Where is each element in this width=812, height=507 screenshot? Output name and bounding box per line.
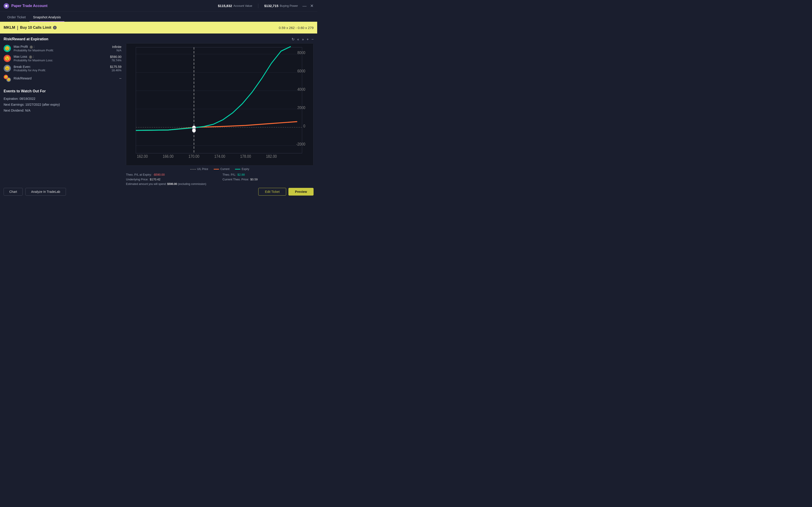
prev-prev-button[interactable]: « (297, 37, 299, 42)
svg-text:170.00: 170.00 (189, 154, 199, 159)
max-profit-info-icon[interactable]: i (30, 46, 33, 49)
svg-point-0 (5, 5, 7, 7)
legend-expiry: Expiry (235, 168, 249, 171)
preview-button[interactable]: Preview (289, 188, 314, 195)
break-even-labels: Break Even: Probability for Any Profit: (14, 65, 107, 72)
estimated-value: $590.00 (167, 182, 177, 186)
risk-reward-title: Risk/Reward at Expiration (4, 37, 121, 41)
header: Paper Trade Account $115,832 Account Val… (0, 0, 317, 12)
break-even-sub-value: 18.46% (110, 69, 121, 72)
theo-pl-label: Theo. P/L: (222, 173, 236, 176)
legend-ul-line (190, 169, 196, 170)
max-profit-row: 😊 Max Profit i : Probability for Maximum… (4, 45, 121, 52)
account-value: $115,832 (218, 4, 232, 8)
event-earnings: Next Earnings: 10/27/2022 (after expiry) (4, 103, 121, 106)
events-title: Events to Watch Out For (4, 89, 121, 93)
metrics-list: 😊 Max Profit i : Probability for Maximum… (4, 45, 121, 82)
max-loss-row: 😟 Max Loss i : Probability for Maximum L… (4, 55, 121, 62)
tab-order-ticket[interactable]: Order Ticket (4, 13, 30, 22)
svg-text:-2000: -2000 (296, 142, 305, 147)
tab-snapshot-analysis[interactable]: Snapshot Analysis (30, 13, 64, 22)
bid-size: 262 (289, 26, 295, 30)
theo-pl-row: Theo. P/L: $2.88 (222, 173, 314, 176)
underlying-price-row: Underlying Price: $170.42 (126, 178, 217, 181)
bid-price: 0.59 (279, 26, 286, 30)
legend-ul-price: U/L Price (190, 168, 208, 171)
max-loss-value: $590.00 (110, 55, 121, 59)
order-banner-left: MKLM | Buy 10 Calls Limit i (4, 25, 57, 30)
risk-reward-icon: 😟 😊 (4, 75, 11, 82)
legend-current-label: Current (220, 168, 230, 171)
app-logo (4, 3, 9, 9)
chart-button[interactable]: Chart (4, 188, 23, 195)
chart-area: 8000 6000 4000 2000 0 -2000 162.00 166.0… (126, 43, 314, 166)
max-loss-labels: Max Loss i : Probability for Maximum Los… (14, 55, 107, 62)
risk-reward-labels: Risk/Reward (14, 76, 117, 80)
legend-ul-label: U/L Price (197, 168, 208, 171)
break-even-value: $175.59 (110, 65, 121, 69)
max-loss-values: $590.00 78.74% (110, 55, 121, 62)
analyze-button[interactable]: Analyze In TradeLab (26, 188, 66, 195)
theo-pl-expiry-row: Theo. P/L at Expiry: -$590.00 (126, 173, 217, 176)
svg-text:178.00: 178.00 (240, 154, 251, 159)
left-panel: Risk/Reward at Expiration 😊 Max Profit i… (4, 37, 121, 195)
max-loss-icon: 😟 (4, 55, 11, 62)
theo-pl-expiry-value: -$590.00 (153, 173, 165, 176)
event-expiration: Expiration: 08/19/2022 (4, 97, 121, 101)
svg-text:2000: 2000 (298, 105, 305, 110)
bid-label: x (286, 26, 289, 30)
break-even-values: $175.59 18.46% (110, 65, 121, 72)
chart-data-grid: Theo. P/L at Expiry: -$590.00 Theo. P/L:… (126, 173, 314, 181)
estimated-note: (excluding commission) (178, 182, 206, 186)
legend-expiry-label: Expiry (242, 168, 249, 171)
risk-reward-value: -- (119, 76, 121, 80)
action-buttons: Edit Ticket Preview (126, 188, 314, 195)
svg-text:6000: 6000 (298, 69, 305, 73)
next-next-button[interactable]: » (302, 37, 304, 42)
svg-text:166.00: 166.00 (163, 154, 173, 159)
main-content: Risk/Reward at Expiration 😊 Max Profit i… (0, 34, 317, 199)
refresh-button[interactable]: ↻ (292, 37, 295, 42)
price-separator: - (296, 26, 298, 30)
edit-ticket-button[interactable]: Edit Ticket (258, 188, 286, 195)
ask-price: 0.60 (298, 26, 304, 30)
svg-rect-1 (126, 44, 313, 165)
event-dividend: Next Dividend: N/A (4, 109, 121, 112)
risk-reward-values: -- (119, 76, 121, 80)
break-even-row: 😐 Break Even: Probability for Any Profit… (4, 65, 121, 72)
header-controls: — ✕ (302, 4, 314, 8)
current-theo-price-label: Current Theo. Price: (222, 178, 249, 181)
risk-reward-red-face: 😟 (4, 75, 8, 79)
close-button[interactable]: ✕ (310, 4, 314, 8)
chart-controls: ↻ « » + − (126, 37, 314, 42)
order-symbol: MKLM (4, 25, 15, 30)
account-info: $115,832 Account Value $132,715 Buying P… (218, 4, 298, 8)
legend-current: Current (214, 168, 230, 171)
account-value-label: Account Value (233, 4, 252, 7)
max-loss-info-icon[interactable]: i (29, 55, 32, 59)
legend-current-line (214, 169, 219, 170)
current-theo-price-value: $0.59 (250, 178, 258, 181)
events-section: Events to Watch Out For Expiration: 08/1… (4, 89, 121, 115)
chart-legend: U/L Price Current Expiry (126, 168, 314, 171)
max-profit-values: Infinite N/A (112, 45, 121, 52)
underlying-price-value: $170.42 (150, 178, 160, 181)
right-panel: ↻ « » + − 8000 6000 4000 2000 0 -2000 (126, 37, 314, 195)
zoom-out-button[interactable]: − (311, 37, 314, 42)
header-separator (258, 4, 258, 8)
break-even-icon: 😐 (4, 65, 11, 72)
minimize-button[interactable]: — (302, 4, 307, 8)
order-description: Buy 10 Calls Limit (20, 25, 51, 30)
max-profit-label: Max Profit i : (14, 45, 109, 49)
break-even-label: Break Even: (14, 65, 107, 69)
risk-reward-row: 😟 😊 Risk/Reward -- (4, 75, 121, 82)
max-profit-labels: Max Profit i : Probability for Maximum P… (14, 45, 109, 52)
max-profit-sub-label: Probability for Maximum Profit: (14, 49, 109, 52)
bottom-buttons: Chart Analyze In TradeLab (4, 188, 121, 195)
order-info-icon[interactable]: i (53, 26, 57, 30)
svg-text:174.00: 174.00 (214, 154, 225, 159)
theo-pl-expiry-label: Theo. P/L at Expiry: (126, 173, 152, 176)
underlying-price-label: Underlying Price: (126, 178, 148, 181)
max-profit-value: Infinite (112, 45, 121, 49)
zoom-in-button[interactable]: + (307, 37, 309, 42)
